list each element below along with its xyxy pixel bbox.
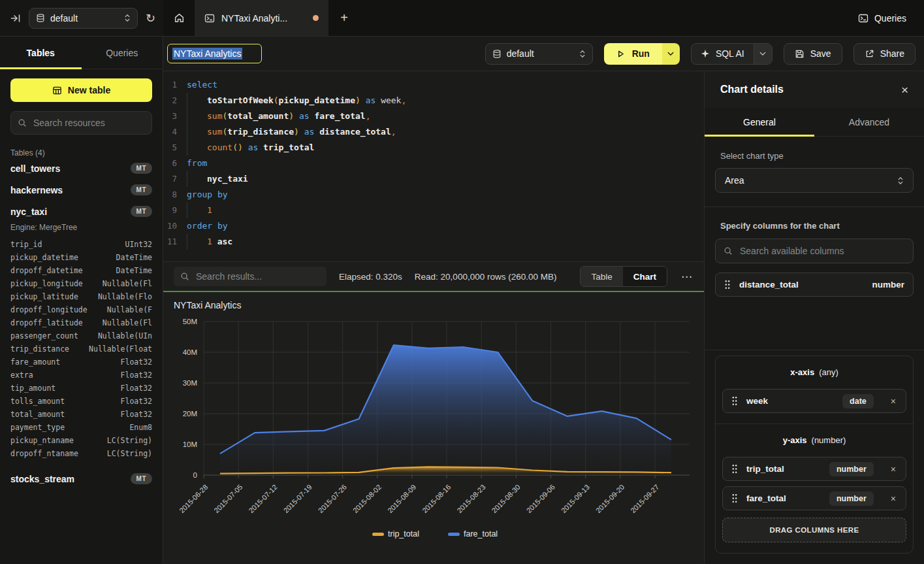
x-axis-column-week[interactable]: weekdate× [722,389,906,413]
column-type-badge: number [829,491,874,506]
legend-label-fare_total[interactable]: fare_total [464,529,498,539]
chart-canvas[interactable]: 010M20M30M40M50M2015-06-282015-07-052015… [163,313,704,564]
run-options-button[interactable] [662,43,680,65]
x-tick-label: 2015-09-27 [629,483,660,514]
new-table-label: New table [68,85,110,95]
y-tick-label: 30M [183,379,197,387]
app-window: default ↻ NYTaxi Analyti... + [0,0,924,564]
column-name: dropoff_datetime [10,266,83,275]
table-name: cell_towers [10,163,60,174]
y-tick-label: 40M [183,348,197,356]
column-name: dropoff_latitude [10,318,83,327]
run-button-group: Run [604,43,680,65]
line-number: 2 [163,93,187,108]
view-toggle-table[interactable]: Table [581,267,622,286]
editor-column: 1select2toStartOfWeek(pickup_datetime) a… [163,71,704,564]
x-tick-label: 2015-09-06 [525,483,556,514]
queries-label: Queries [874,13,906,24]
columns-search-input[interactable] [739,245,905,257]
sidebar-tab-queries[interactable]: Queries [82,37,163,69]
results-search-input[interactable] [195,271,320,282]
elapsed-stat: Elapsed: 0.320s [339,272,402,282]
sql-editor[interactable]: 1select2toStartOfWeek(pickup_datetime) a… [163,71,704,261]
column-name: pickup_datetime [10,253,78,262]
drag-handle-icon[interactable] [731,493,738,503]
y-axis-title: y-axis(number) [722,429,906,452]
tab-strip: NYTaxi Analyti... + Queries [163,0,924,36]
main-area: NYTaxi Analytics default [163,37,924,564]
read-stat: Read: 20,000,000 rows (260.00 MB) [415,272,557,282]
line-number: 8 [163,187,187,203]
available-column-distance_total[interactable]: distance_totalnumber [715,273,914,297]
x-tick-label: 2015-07-19 [282,483,313,514]
drag-handle-icon[interactable] [731,464,738,474]
save-label: Save [810,48,831,59]
drag-handle-icon[interactable] [724,280,731,290]
code-line: 8group by [163,187,704,203]
more-options-icon[interactable]: ⋯ [680,270,693,284]
column-name: pickup_latitude [10,292,78,301]
run-button[interactable]: Run [604,43,662,65]
new-table-button[interactable]: New table [10,78,152,102]
top-bar-left: default ↻ [0,0,163,36]
sql-ai-options-button[interactable] [754,44,772,64]
remove-column-icon[interactable]: × [891,493,896,504]
column-type: Nullable(F [107,305,152,314]
close-icon[interactable]: × [901,84,908,96]
query-title-input[interactable]: NYTaxi Analytics [167,44,262,63]
y-tick-label: 0 [193,471,197,479]
sidebar-table-hackernews[interactable]: hackernewsMT [10,179,152,201]
x-axis-rows: weekdate× [722,389,906,413]
refresh-icon[interactable]: ↻ [146,12,155,24]
x-tick-label: 2015-08-02 [351,483,383,514]
share-label: Share [880,48,904,59]
chart-type-select[interactable]: Area [715,168,914,193]
column-name: payment_type [10,423,65,432]
x-tick-label: 2015-08-23 [455,483,486,514]
sql-ai-button[interactable]: SQL AI [692,44,754,64]
view-toggle-chart[interactable]: Chart [623,267,667,286]
y-axis-section: y-axis(number) trip_totalnumber×fare_tot… [716,424,913,553]
x-tick-label: 2015-08-09 [386,483,417,514]
share-button[interactable]: Share [853,43,916,65]
tab-nytaxi-analytics[interactable]: NYTaxi Analyti... [195,0,328,36]
sidebar-tab-tables[interactable]: Tables [0,37,82,69]
column-type: Float32 [121,410,152,419]
line-number: 11 [163,234,187,250]
tab-advanced[interactable]: Advanced [814,108,924,136]
drop-zone[interactable]: DRAG COLUMNS HERE [722,518,906,542]
remove-column-icon[interactable]: × [891,464,896,474]
code-line: 5count() as trip_total [163,140,704,156]
save-button[interactable]: Save [784,43,842,65]
queries-button[interactable]: Queries [840,0,924,36]
database-selector[interactable]: default [29,8,138,29]
chart-panel: NYTaxi Analytics 010M20M30M40M50M2015-06… [163,291,704,564]
chevron-updown-icon [579,49,586,59]
column-name: tip_amount [10,384,56,393]
sidebar-table-stocks_stream[interactable]: stocks_streamMT [10,468,152,489]
chart-details-tabs: General Advanced [705,108,924,137]
column-name: fare_amount [10,357,60,367]
new-tab-button[interactable]: + [328,0,360,36]
drag-handle-icon[interactable] [731,396,738,406]
sidebar-search-input[interactable] [32,117,145,129]
sidebar-collapse-icon[interactable] [10,13,21,24]
remove-column-icon[interactable]: × [891,396,896,406]
home-button[interactable] [163,0,195,36]
tab-general[interactable]: General [705,108,814,136]
results-area-chart: 010M20M30M40M50M2015-06-282015-07-052015… [163,313,704,564]
query-database-selector[interactable]: default [485,43,593,65]
sidebar-table-cell_towers[interactable]: cell_towersMT [10,158,152,179]
sidebar-search [10,111,152,135]
sidebar-table-nyc_taxi[interactable]: nyc_taxiMT [10,201,152,222]
unsaved-indicator-dot [313,15,319,21]
y-axis-column-fare_total[interactable]: fare_totalnumber× [722,486,906,510]
search-icon [18,118,27,127]
code-text: count() as trip_total [207,140,314,156]
code-line: 4sum(trip_distance) as distance_total, [163,124,704,140]
y-axis-column-trip_total[interactable]: trip_totalnumber× [722,457,906,481]
legend-label-trip_total[interactable]: trip_total [388,529,419,539]
table-column-row: fare_amountFloat32 [10,356,152,369]
queries-icon [858,13,868,24]
play-icon [616,50,625,58]
